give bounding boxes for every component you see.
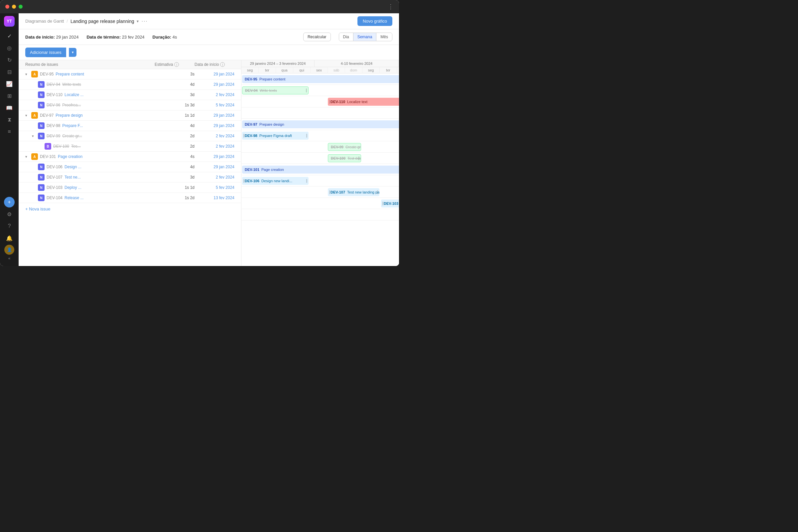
gantt-bar-dev101[interactable]: DEV-101 Page creation — [242, 166, 399, 174]
issue-title[interactable]: Prepare design — [56, 113, 82, 118]
bar-resize-handle-left[interactable] — [329, 100, 330, 104]
table-row[interactable]: N DEV-104 Release ... 1s 2d 13 fev 2024 — [19, 193, 241, 203]
gantt-bar-dev103[interactable]: DEV-103 Deploy on stagi... — [381, 200, 399, 208]
gantt-bar-dev98[interactable]: DEV-98 Prepare Figma draft — [242, 132, 308, 140]
gear-icon[interactable]: ⚙ — [4, 209, 15, 220]
gantt-bar-dev106[interactable]: DEV-106 Design new landi... — [242, 177, 308, 185]
sidebar-icon-list[interactable]: ≡ — [4, 126, 15, 137]
issue-title[interactable]: Design ... — [64, 165, 81, 169]
sidebar-icon-timer[interactable]: ⧗ — [4, 114, 15, 125]
gantt-bar-dev110[interactable]: DEV-110 Localize text — [328, 98, 399, 106]
table-row[interactable]: N DEV-103 Deploy ... 1s 1d 5 fev 2024 — [19, 183, 241, 193]
gantt-bar-dev97[interactable]: DEV-97 Prepare design — [242, 120, 399, 128]
gantt-row: DEV-101 Page creation — [241, 164, 399, 175]
bar-resize-handle[interactable] — [306, 179, 307, 183]
add-icon[interactable]: + — [4, 197, 15, 208]
recalcular-button[interactable]: Recalcular — [303, 33, 331, 41]
table-row[interactable]: N DEV-107 Test ne... 3d 2 fev 2024 — [19, 172, 241, 183]
sidebar-icon-circle[interactable]: ◎ — [4, 42, 15, 53]
add-issues-button[interactable]: Adicionar issues — [25, 48, 66, 57]
issue-estimate: 4d — [155, 165, 194, 169]
expand-icon[interactable]: ▾ — [32, 134, 36, 138]
table-row[interactable]: N DEV-106 Design ... 4d 29 jan 2024 — [19, 162, 241, 172]
issue-title[interactable]: Tes... — [71, 144, 81, 149]
view-mes-button[interactable]: Mês — [376, 33, 392, 41]
add-issues-dropdown-button[interactable]: ▾ — [69, 48, 76, 57]
question-icon[interactable]: ? — [4, 221, 15, 231]
issue-title[interactable]: Write texts — [62, 82, 81, 87]
close-dot[interactable] — [5, 5, 9, 8]
bar-resize-handle[interactable] — [306, 134, 307, 138]
issue-title[interactable]: Localize ... — [64, 92, 83, 97]
sidebar-icon-chart[interactable]: 📈 — [4, 78, 15, 89]
gantt-container: Resumo de issues Estimativa i Data de in… — [19, 60, 399, 266]
issue-title[interactable]: Page creation — [58, 154, 82, 159]
sidebar-icon-layers[interactable]: ⊟ — [4, 66, 15, 77]
table-row[interactable]: N DEV-96 Proofreа... 1s 3d 5 fev 2024 — [19, 100, 241, 110]
issue-title[interactable]: Test ne... — [64, 175, 81, 179]
maximize-dot[interactable] — [19, 5, 23, 8]
issue-date: 13 fev 2024 — [194, 195, 234, 200]
expand-icon[interactable]: ▾ — [25, 113, 29, 118]
table-row[interactable]: ▾ A DEV-95 Prepare content 3s 29 jan 202… — [19, 69, 241, 79]
gantt-bar-dev94[interactable]: DEV-94 Write texts — [242, 87, 308, 94]
table-row[interactable]: ▾ A DEV-97 Prepare design 1s 1d 29 jan 2… — [19, 110, 241, 121]
issue-id: DEV-96 — [46, 103, 60, 108]
issue-title[interactable]: Prepare content — [56, 72, 84, 76]
table-row[interactable]: N DEV-94 Write texts 4d 29 jan 2024 — [19, 79, 241, 90]
gantt-period-2: 4-10 fevereiro 2024 — [315, 60, 399, 67]
issue-title[interactable]: Release ... — [64, 195, 83, 200]
issue-estimate: 2d — [155, 134, 194, 138]
view-dia-button[interactable]: Dia — [339, 33, 353, 41]
sidebar-icon-check[interactable]: ✓ — [4, 31, 15, 41]
issue-group-dev101: ▾ A DEV-101 Page creation 4s 29 jan 2024 — [19, 152, 241, 203]
table-row[interactable]: B DEV-100 Tes... 2d 2 fev 2024 — [19, 141, 241, 152]
breadcrumb-more[interactable]: ··· — [141, 18, 148, 24]
issue-date: 29 jan 2024 — [194, 124, 234, 128]
issue-id: DEV-106 — [46, 165, 62, 169]
bar-resize-handle[interactable] — [358, 156, 359, 160]
nova-issue-button[interactable]: + Nova issue — [19, 203, 241, 215]
titlebar-menu[interactable]: ⋮ — [388, 3, 394, 10]
bar-resize-handle[interactable] — [306, 89, 307, 92]
table-row[interactable]: ▾ N DEV-99 Create gr... 2d 2 fev 2024 — [19, 131, 241, 141]
issue-title[interactable]: Proofreа... — [62, 103, 81, 108]
minimize-dot[interactable] — [12, 5, 16, 8]
gantt-bar-dev95[interactable]: DEV-95 Prepare content — [242, 75, 399, 83]
bar-resize-handle[interactable] — [377, 190, 378, 194]
sidebar-icon-book[interactable]: 📖 — [4, 102, 15, 113]
gantt-day: sex — [310, 67, 328, 73]
gantt-row: DEV-99 Create graphics — [241, 141, 399, 153]
gantt-bar-dev107[interactable]: DEV-107 Test new landing page — [328, 188, 379, 196]
bar-resize-handle-left[interactable] — [329, 190, 330, 194]
sidebar-icon-refresh[interactable]: ↻ — [4, 55, 15, 65]
bell-icon[interactable]: 🔔 — [4, 233, 15, 243]
table-row[interactable]: N DEV-98 Prepare F... 4d 29 jan 2024 — [19, 121, 241, 131]
issue-title[interactable]: Create gr... — [62, 134, 82, 138]
view-semana-button[interactable]: Semana — [353, 33, 376, 41]
data-inicio-info-icon[interactable]: i — [220, 62, 225, 67]
issue-title[interactable]: Deploy ... — [64, 185, 81, 190]
breadcrumb-parent[interactable]: Diagramas de Gantt — [25, 19, 64, 24]
user-avatar[interactable]: 👤 — [4, 245, 14, 255]
chevron-down-icon[interactable]: ▾ — [137, 19, 139, 24]
expand-icon[interactable]: ▾ — [25, 72, 29, 76]
table-row[interactable]: N DEV-110 Localize ... 3d 2 fev 2024 — [19, 90, 241, 100]
table-row[interactable]: ▾ A DEV-101 Page creation 4s 29 jan 2024 — [19, 152, 241, 162]
gantt-row: DEV-110 Localize text — [241, 96, 399, 108]
novo-grafico-button[interactable]: Novo gráfico — [358, 16, 392, 26]
issue-estimate: 4d — [155, 82, 194, 87]
bar-resize-handle-left[interactable] — [243, 134, 244, 138]
bar-resize-handle-left[interactable] — [382, 202, 383, 206]
issue-title[interactable]: Prepare F... — [62, 124, 83, 128]
issue-id: DEV-94 — [46, 82, 60, 87]
estimativa-info-icon[interactable]: i — [174, 62, 179, 67]
gantt-bar-dev100[interactable]: DEV-100 Test designs — [328, 154, 361, 162]
gantt-bar-dev99[interactable]: DEV-99 Create graphics — [328, 143, 361, 151]
expand-icon[interactable]: ▾ — [25, 155, 29, 159]
sidebar-expand-button[interactable]: « — [8, 256, 11, 261]
sidebar-icon-grid[interactable]: ⊞ — [4, 91, 15, 101]
breadcrumb-current[interactable]: Landing page release planning — [71, 19, 134, 24]
app-logo[interactable]: YT — [4, 16, 15, 26]
bar-resize-handle-left[interactable] — [243, 179, 244, 183]
